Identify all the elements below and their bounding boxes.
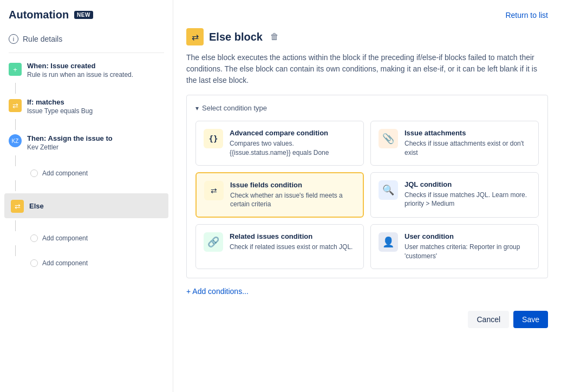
flow-connector-1 [15, 83, 16, 94]
new-badge: NEW [74, 11, 93, 19]
issue-fields-content: Issue fields condition Check whether an … [230, 181, 355, 210]
app-title: Automation [9, 9, 69, 21]
advanced-compare-icon: {} [204, 129, 223, 148]
user-condition-desc: User matches criteria: Reporter in group… [405, 243, 531, 261]
avatar: KZ [9, 134, 22, 147]
condition-card-user[interactable]: 👤 User condition User matches criteria: … [370, 224, 539, 269]
related-issues-icon: 🔗 [204, 232, 223, 252]
add-component-dot-1 [30, 169, 38, 177]
sidebar: Automation NEW i Rule details + When: Is… [0, 0, 173, 392]
sidebar-header: Automation NEW [0, 9, 173, 30]
issue-fields-icon: ⇄ [204, 181, 224, 200]
main-content: Return to list ⇄ Else block 🗑 The else b… [173, 0, 561, 392]
add-component-3[interactable]: Add component [0, 256, 173, 270]
issue-attachments-content: Issue attachments Checks if issue attach… [405, 129, 531, 158]
when-icon: + [9, 63, 22, 76]
footer: Cancel Save [186, 306, 548, 328]
add-conditions-label: + Add conditions... [186, 287, 249, 296]
chevron-down-icon: ▾ [195, 104, 199, 112]
condition-card-jql[interactable]: 🔍 JQL condition Checks if issue matches … [370, 172, 539, 218]
issue-attachments-desc: Checks if issue attachments exist or don… [405, 139, 531, 158]
else-icon: ⇄ [11, 200, 24, 213]
add-component-1[interactable]: Add component [0, 166, 173, 180]
condition-card-issue-fields[interactable]: ⇄ Issue fields condition Check whether a… [195, 172, 364, 218]
add-component-dot-3 [30, 259, 38, 267]
add-component-dot-2 [30, 234, 38, 242]
else-block-icon: ⇄ [186, 28, 204, 45]
related-issues-title: Related issues condition [230, 232, 356, 240]
flow-connector-6 [15, 245, 16, 256]
rule-details-label: Rule details [23, 35, 62, 43]
condition-panel-header[interactable]: ▾ Select condition type [195, 104, 539, 112]
flow-connector-3 [15, 155, 16, 166]
add-conditions-button[interactable]: + Add conditions... [186, 287, 548, 296]
sidebar-item-then[interactable]: KZ Then: Assign the issue to Kev Zettler [0, 130, 173, 155]
user-condition-icon: 👤 [379, 232, 398, 252]
user-condition-title: User condition [405, 232, 531, 240]
sidebar-item-when[interactable]: + When: Issue created Rule is run when a… [0, 57, 173, 83]
condition-card-related-issues[interactable]: 🔗 Related issues condition Check if rela… [195, 224, 364, 269]
then-subtitle: Kev Zettler [27, 143, 164, 151]
issue-attachments-title: Issue attachments [405, 129, 531, 137]
add-component-2[interactable]: Add component [0, 231, 173, 245]
sidebar-item-rule-details[interactable]: i Rule details [0, 30, 173, 48]
then-content: Then: Assign the issue to Kev Zettler [27, 134, 164, 151]
flow-connector-2 [15, 119, 16, 130]
advanced-compare-title: Advanced compare condition [230, 129, 356, 137]
sidebar-divider [9, 53, 164, 53]
else-title: Else [29, 202, 162, 210]
then-title: Then: Assign the issue to [27, 134, 164, 142]
jql-icon: 🔍 [379, 180, 398, 200]
when-title: When: Issue created [27, 62, 164, 70]
save-button[interactable]: Save [513, 311, 548, 328]
issue-attachments-icon: 📎 [379, 129, 398, 148]
condition-grid: {} Advanced compare condition Compares t… [195, 121, 539, 269]
issue-fields-desc: Check whether an issue's field meets a c… [230, 191, 355, 210]
jql-content: JQL condition Checks if issue matches JQ… [405, 180, 531, 210]
block-title: Else block [209, 31, 263, 43]
block-header: ⇄ Else block 🗑 [186, 28, 548, 45]
flow-connector-4 [15, 180, 16, 191]
if-title: If: matches [27, 98, 164, 106]
issue-fields-title: Issue fields condition [230, 181, 355, 189]
delete-icon[interactable]: 🗑 [270, 32, 279, 42]
condition-panel-title: Select condition type [202, 104, 267, 112]
when-subtitle: Rule is run when an issue is created. [27, 71, 164, 79]
sidebar-item-else[interactable]: ⇄ Else [4, 193, 168, 218]
cancel-button[interactable]: Cancel [468, 311, 509, 328]
condition-card-issue-attachments[interactable]: 📎 Issue attachments Checks if issue atta… [370, 121, 539, 166]
related-issues-desc: Check if related issues exist or match J… [230, 243, 356, 252]
block-description: The else block executes the actions with… [186, 52, 548, 86]
related-issues-content: Related issues condition Check if relate… [230, 232, 356, 261]
if-icon: ⇄ [9, 99, 22, 112]
condition-panel: ▾ Select condition type {} Advanced comp… [186, 95, 548, 278]
return-link[interactable]: Return to list [505, 11, 548, 19]
condition-card-advanced-compare[interactable]: {} Advanced compare condition Compares t… [195, 121, 364, 166]
add-component-label-1: Add component [42, 169, 88, 177]
user-condition-content: User condition User matches criteria: Re… [405, 232, 531, 261]
flow-connector-5 [15, 220, 16, 231]
add-component-label-3: Add component [42, 259, 88, 267]
else-content: Else [29, 202, 162, 210]
if-subtitle: Issue Type equals Bug [27, 107, 164, 115]
when-content: When: Issue created Rule is run when an … [27, 62, 164, 79]
jql-desc: Checks if issue matches JQL. Learn more.… [405, 191, 531, 209]
advanced-compare-content: Advanced compare condition Compares two … [230, 129, 356, 158]
advanced-compare-desc: Compares two values. {{issue.status.name… [230, 139, 356, 158]
info-icon: i [9, 34, 18, 44]
sidebar-item-if[interactable]: ⇄ If: matches Issue Type equals Bug [0, 94, 173, 119]
if-content: If: matches Issue Type equals Bug [27, 98, 164, 115]
add-component-label-2: Add component [42, 234, 88, 242]
main-header: Return to list [186, 11, 548, 19]
jql-title: JQL condition [405, 180, 531, 188]
